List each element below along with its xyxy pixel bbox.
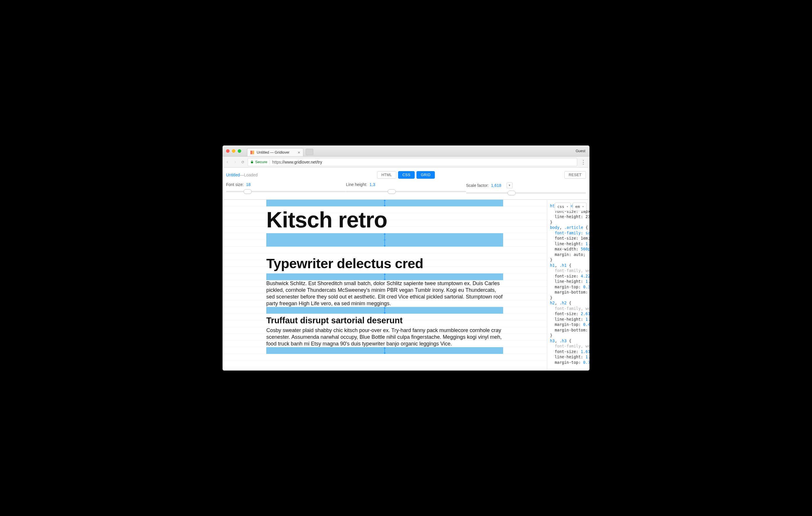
divider — [269, 160, 270, 164]
tab-title: Untitled — Gridlover — [257, 150, 290, 154]
line-height-slider[interactable] — [346, 189, 466, 194]
code-output-pane: css▾ em▾ html, .root { font-size: 18px; … — [547, 200, 589, 370]
chevron-down-icon: ▾ — [567, 204, 568, 210]
reload-button[interactable] — [240, 159, 245, 165]
margin-band — [266, 307, 503, 314]
output-unit-select[interactable]: em▾ — [573, 203, 586, 211]
font-size-slider[interactable] — [226, 189, 346, 194]
doc-name[interactable]: Untitled — [226, 173, 240, 177]
line-height-value: 1,3 — [370, 182, 375, 187]
window-controls — [223, 149, 245, 153]
preview-h2[interactable]: Typewriter delectus cred — [266, 253, 503, 273]
font-size-label: Font size: — [226, 182, 244, 187]
view-toggle-group: HTML CSS GRID — [377, 171, 435, 179]
minimize-window-icon[interactable] — [232, 149, 235, 153]
app-root: Untitled — Loaded HTML CSS GRID RESET Fo… — [223, 168, 589, 370]
scale-factor-control: Scale factor: 1,618▾ — [466, 182, 586, 195]
chevron-down-icon: ▾ — [582, 204, 584, 210]
favicon-icon — [250, 150, 254, 154]
css-toggle-button[interactable]: CSS — [398, 171, 415, 179]
scale-factor-slider[interactable] — [466, 191, 586, 195]
back-button[interactable] — [225, 159, 230, 165]
app-toolbar: Untitled — Loaded HTML CSS GRID RESET — [223, 168, 589, 179]
preview-h3[interactable]: Truffaut disrupt sartorial deserunt — [266, 314, 503, 327]
close-tab-icon[interactable]: × — [298, 150, 300, 155]
maximize-window-icon[interactable] — [238, 149, 241, 153]
secure-badge: Secure — [250, 160, 267, 164]
url-text: https://www.gridlover.net/try — [272, 160, 322, 164]
line-height-label: Line height: — [346, 182, 367, 187]
output-lang-select[interactable]: css▾ — [555, 203, 571, 211]
article-preview: Kitsch retro Typewriter delectus cred Bu… — [223, 200, 547, 354]
reset-button[interactable]: RESET — [564, 171, 586, 179]
preview-pane: Kitsch retro Typewriter delectus cred Bu… — [223, 200, 547, 370]
doc-status-sep: — — [240, 173, 244, 177]
margin-band — [266, 200, 503, 206]
secure-label: Secure — [255, 160, 267, 164]
forward-button[interactable] — [232, 159, 238, 165]
preview-p1[interactable]: Bushwick Schlitz. Est Shoreditch small b… — [266, 280, 503, 307]
sliders-row: Font size: 18 Line height: 1,3 Scale fac… — [223, 179, 589, 200]
browser-tab[interactable]: Untitled — Gridlover × — [247, 148, 303, 156]
font-size-control: Font size: 18 — [226, 182, 346, 195]
svg-rect-0 — [251, 150, 252, 154]
svg-rect-2 — [253, 150, 254, 154]
css-output[interactable]: html, .root { font-size: 18px; line-heig… — [550, 203, 586, 365]
url-input[interactable]: Secure https://www.gridlover.net/try — [248, 158, 577, 166]
preview-h1[interactable]: Kitsch retro — [266, 206, 503, 233]
content-row: Kitsch retro Typewriter delectus cred Bu… — [223, 200, 589, 370]
grid-toggle-button[interactable]: GRID — [416, 171, 435, 179]
svg-rect-1 — [252, 150, 253, 154]
scale-factor-label: Scale factor: — [466, 183, 489, 188]
margin-band — [266, 233, 503, 247]
scale-factor-dropdown[interactable]: ▾ — [506, 182, 513, 188]
address-bar: Secure https://www.gridlover.net/try ⋮ — [223, 156, 589, 168]
doc-status: Loaded — [244, 173, 258, 177]
output-dropdowns: css▾ em▾ — [555, 203, 586, 211]
line-height-control: Line height: 1,3 — [346, 182, 466, 195]
profile-label[interactable]: Guest — [576, 149, 585, 153]
browser-menu-icon[interactable]: ⋮ — [580, 159, 587, 165]
html-toggle-button[interactable]: HTML — [377, 171, 396, 179]
browser-window: Untitled — Gridlover × Guest Secure http… — [223, 146, 589, 370]
titlebar: Untitled — Gridlover × Guest — [223, 146, 589, 156]
preview-p2[interactable]: Cosby sweater plaid shabby chic kitsch p… — [266, 327, 503, 347]
margin-band — [266, 273, 503, 280]
margin-band — [266, 347, 503, 354]
new-tab-button[interactable] — [306, 149, 313, 155]
browser-tabs: Untitled — Gridlover × — [247, 146, 313, 156]
font-size-value: 18 — [246, 182, 251, 187]
scale-factor-value: 1,618 — [491, 183, 501, 188]
close-window-icon[interactable] — [226, 149, 230, 153]
